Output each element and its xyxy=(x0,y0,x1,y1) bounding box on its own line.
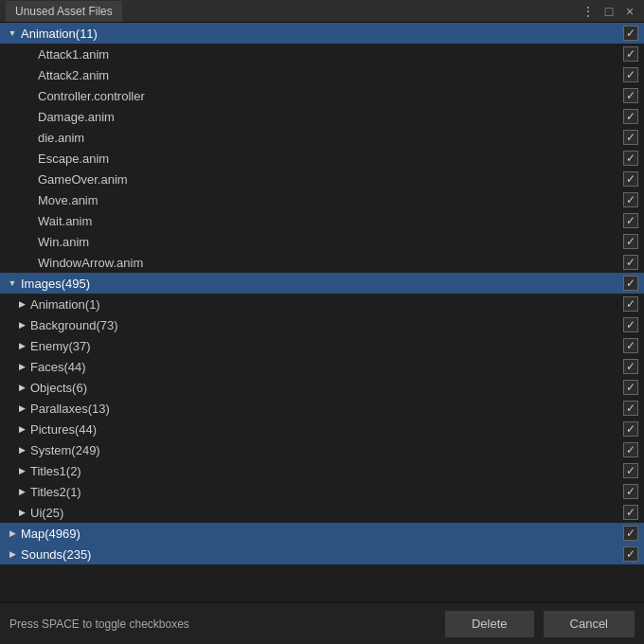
images-checkbox[interactable] xyxy=(623,276,638,291)
list-item-label: Attack2.anim xyxy=(38,68,619,82)
subgroup-label: Animation(1) xyxy=(30,297,619,312)
list-item[interactable]: Background(73) xyxy=(0,314,644,335)
group-header-sounds[interactable]: Sounds(235) xyxy=(0,544,644,564)
list-item-checkbox[interactable] xyxy=(623,171,638,187)
subgroup-checkbox[interactable] xyxy=(623,359,638,374)
subgroup-arrow-icon xyxy=(15,381,28,394)
subgroup-label: Parallaxes(13) xyxy=(30,402,619,416)
subgroup-arrow-icon xyxy=(15,402,28,415)
list-item-checkbox[interactable] xyxy=(623,130,638,145)
subgroup-checkbox[interactable] xyxy=(623,421,638,437)
list-item-checkbox[interactable] xyxy=(623,213,638,228)
list-item-label: Win.anim xyxy=(38,235,619,249)
subgroup-label: Background(73) xyxy=(30,318,619,332)
list-item-checkbox[interactable] xyxy=(623,88,638,103)
list-item-label: GameOver.anim xyxy=(38,172,619,187)
subgroup-label: Ui(25) xyxy=(30,506,619,520)
list-item[interactable]: Controller.controller xyxy=(0,85,644,106)
footer: Press SPACE to toggle checkboxes Delete … xyxy=(0,602,644,644)
list-item-checkbox[interactable] xyxy=(623,234,638,249)
list-item[interactable]: Wait.anim xyxy=(0,210,644,231)
window-title: Unused Asset Files xyxy=(15,5,113,18)
list-item[interactable]: Titles1(2) xyxy=(0,460,644,481)
list-item-label: Damage.anim xyxy=(38,110,619,124)
list-item-checkbox[interactable] xyxy=(623,192,638,207)
subgroup-arrow-icon xyxy=(15,443,28,456)
list-item[interactable]: Titles2(1) xyxy=(0,481,644,502)
list-item[interactable]: System(249) xyxy=(0,439,644,460)
subgroup-checkbox[interactable] xyxy=(623,317,638,332)
list-item-label: WindowArrow.anim xyxy=(38,256,619,270)
subgroup-label: Objects(6) xyxy=(30,381,619,395)
subgroup-arrow-icon xyxy=(15,360,28,373)
list-item[interactable]: WindowArrow.anim xyxy=(0,252,644,273)
list-item[interactable]: GameOver.anim xyxy=(0,169,644,189)
maximize-icon[interactable]: □ xyxy=(600,3,617,20)
images-label: Images(495) xyxy=(21,277,619,291)
cancel-button[interactable]: Cancel xyxy=(544,611,635,637)
tree-list[interactable]: Animation(11)Attack1.animAttack2.animCon… xyxy=(0,23,644,602)
list-item[interactable]: Attack1.anim xyxy=(0,44,644,64)
images-arrow-icon xyxy=(6,277,19,290)
sounds-label: Sounds(235) xyxy=(21,547,619,562)
menu-icon[interactable]: ⋮ xyxy=(580,3,597,20)
animation-arrow-icon xyxy=(6,27,19,40)
list-item-checkbox[interactable] xyxy=(623,151,638,166)
list-item[interactable]: Faces(44) xyxy=(0,356,644,377)
list-item[interactable]: Pictures(44) xyxy=(0,419,644,439)
list-item-label: Wait.anim xyxy=(38,214,619,228)
list-item[interactable]: Parallaxes(13) xyxy=(0,398,644,419)
list-item-checkbox[interactable] xyxy=(623,67,638,82)
subgroup-checkbox[interactable] xyxy=(623,463,638,478)
subgroup-arrow-icon xyxy=(15,464,28,477)
subgroup-arrow-icon xyxy=(15,485,28,498)
animation-checkbox[interactable] xyxy=(623,26,638,41)
list-item[interactable]: Attack2.anim xyxy=(0,64,644,85)
subgroup-checkbox[interactable] xyxy=(623,401,638,416)
subgroup-arrow-icon xyxy=(15,506,28,519)
list-item-checkbox[interactable] xyxy=(623,109,638,124)
sounds-arrow-icon xyxy=(6,547,19,561)
map-arrow-icon xyxy=(6,527,19,540)
subgroup-checkbox[interactable] xyxy=(623,505,638,520)
list-item-label: Attack1.anim xyxy=(38,47,619,62)
subgroup-checkbox[interactable] xyxy=(623,380,638,395)
subgroup-label: Titles1(2) xyxy=(30,464,619,478)
map-checkbox[interactable] xyxy=(623,526,638,541)
delete-button[interactable]: Delete xyxy=(445,611,534,637)
list-item[interactable]: Ui(25) xyxy=(0,502,644,523)
subgroup-label: Titles2(1) xyxy=(30,485,619,499)
list-item[interactable]: Enemy(37) xyxy=(0,335,644,356)
subgroup-label: System(249) xyxy=(30,443,619,457)
list-item-label: Move.anim xyxy=(38,193,619,207)
title-bar-left: Unused Asset Files xyxy=(6,1,122,22)
subgroup-checkbox[interactable] xyxy=(623,296,638,312)
subgroup-checkbox[interactable] xyxy=(623,338,638,353)
group-header-map[interactable]: Map(4969) xyxy=(0,523,644,544)
animation-label: Animation(11) xyxy=(21,27,619,41)
group-header-images[interactable]: Images(495) xyxy=(0,273,644,294)
footer-hint: Press SPACE to toggle checkboxes xyxy=(9,617,436,631)
list-item[interactable]: Animation(1) xyxy=(0,294,644,314)
subgroup-arrow-icon xyxy=(15,339,28,352)
subgroup-label: Pictures(44) xyxy=(30,422,619,437)
main-area: Animation(11)Attack1.animAttack2.animCon… xyxy=(0,23,644,602)
list-item-checkbox[interactable] xyxy=(623,255,638,270)
list-item-label: Controller.controller xyxy=(38,89,619,103)
list-item[interactable]: Objects(6) xyxy=(0,377,644,398)
subgroup-label: Faces(44) xyxy=(30,360,619,374)
list-item[interactable]: Move.anim xyxy=(0,189,644,210)
close-icon[interactable]: × xyxy=(621,3,638,20)
subgroup-arrow-icon xyxy=(15,318,28,331)
list-item[interactable]: die.anim xyxy=(0,127,644,148)
title-bar: Unused Asset Files ⋮ □ × xyxy=(0,0,644,23)
subgroup-checkbox[interactable] xyxy=(623,442,638,457)
list-item[interactable]: Damage.anim xyxy=(0,106,644,127)
sounds-checkbox[interactable] xyxy=(623,546,638,562)
list-item[interactable]: Escape.anim xyxy=(0,148,644,169)
subgroup-checkbox[interactable] xyxy=(623,484,638,499)
list-item[interactable]: Win.anim xyxy=(0,231,644,252)
group-header-animation[interactable]: Animation(11) xyxy=(0,23,644,44)
subgroup-arrow-icon xyxy=(15,422,28,436)
list-item-checkbox[interactable] xyxy=(623,46,638,62)
